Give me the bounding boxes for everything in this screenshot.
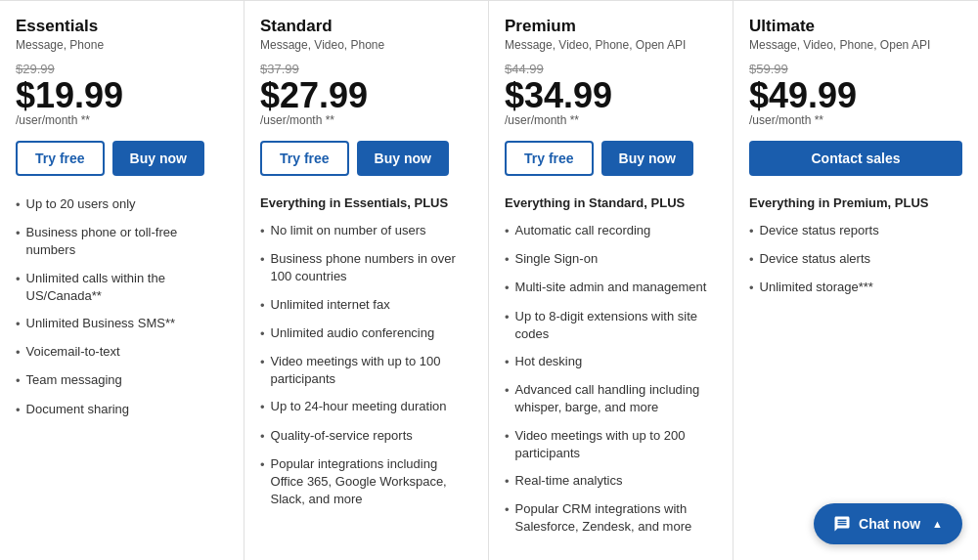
bullet-icon: •	[505, 223, 510, 240]
feature-text: Video meetings with up to 100 participan…	[271, 353, 472, 388]
bullet-icon: •	[505, 280, 510, 297]
plan-name-essentials: Essentials	[16, 17, 228, 36]
current-price-standard: $27.99	[260, 78, 472, 113]
buy-now-button-essentials[interactable]: Buy now	[112, 141, 204, 176]
feature-item: • Video meetings with up to 200 particip…	[505, 427, 717, 462]
buy-now-button-standard[interactable]: Buy now	[357, 141, 449, 176]
bullet-icon: •	[260, 456, 265, 474]
bullet-icon: •	[505, 428, 510, 446]
bullet-icon: •	[260, 297, 265, 315]
feature-text: Quality-of-service reports	[271, 427, 413, 445]
bullet-icon: •	[16, 316, 21, 333]
bullet-icon: •	[505, 473, 510, 491]
original-price-ultimate: $59.99	[749, 62, 962, 76]
chat-label: Chat now	[859, 516, 920, 532]
buy-now-button-premium[interactable]: Buy now	[601, 141, 693, 176]
feature-item: • Up to 24-hour meeting duration	[260, 398, 472, 416]
bullet-icon: •	[16, 344, 21, 362]
feature-item: • Business phone numbers in over 100 cou…	[260, 250, 472, 285]
plus-label-ultimate: Everything in Premium, PLUS	[749, 195, 962, 210]
feature-text: Automatic call recording	[515, 222, 651, 239]
bullet-icon: •	[505, 309, 510, 326]
feature-text: Device status reports	[760, 222, 879, 239]
feature-text: Video meetings with up to 200 participan…	[515, 427, 717, 462]
plan-subtitle-standard: Message, Video, Phone	[260, 38, 472, 52]
plan-name-standard: Standard	[260, 17, 472, 36]
feature-text: Document sharing	[26, 401, 130, 418]
bullet-icon: •	[260, 251, 265, 269]
feature-text: Unlimited calls within the US/Canada**	[26, 270, 228, 305]
feature-text: Single Sign-on	[515, 250, 599, 268]
feature-text: Advanced call handling including whisper…	[515, 381, 717, 416]
feature-text: Business phone numbers in over 100 count…	[271, 250, 472, 285]
feature-item: • Team messaging	[16, 371, 228, 390]
bullet-icon: •	[505, 501, 510, 519]
feature-list-premium: • Automatic call recording • Single Sign…	[505, 222, 717, 545]
bullet-icon: •	[260, 354, 265, 371]
bullet-icon: •	[16, 225, 21, 242]
bullet-icon: •	[16, 196, 21, 214]
feature-item: • Device status reports	[749, 222, 962, 240]
feature-item: • Unlimited Business SMS**	[16, 315, 228, 333]
current-price-essentials: $19.99	[16, 78, 228, 113]
feature-text: Device status alerts	[760, 250, 870, 268]
plan-name-premium: Premium	[505, 17, 717, 36]
feature-text: Voicemail-to-text	[26, 343, 120, 361]
plan-subtitle-essentials: Message, Phone	[16, 38, 228, 52]
btn-row-standard: Try free Buy now	[260, 141, 472, 176]
bullet-icon: •	[749, 280, 754, 297]
feature-item: • Business phone or toll-free numbers	[16, 224, 228, 259]
bullet-icon: •	[749, 251, 754, 269]
price-note-essentials: /user/month **	[16, 113, 228, 127]
feature-list-essentials: • Up to 20 users only • Business phone o…	[16, 195, 228, 429]
feature-item: • Automatic call recording	[505, 222, 717, 240]
feature-text: No limit on number of users	[271, 222, 426, 239]
try-free-button-essentials[interactable]: Try free	[16, 141, 105, 176]
bullet-icon: •	[260, 428, 265, 446]
feature-text: Real-time analytics	[515, 472, 623, 490]
current-price-premium: $34.99	[505, 78, 717, 113]
feature-item: • Advanced call handling including whisp…	[505, 381, 717, 416]
feature-item: • Unlimited storage***	[749, 279, 962, 297]
btn-row-essentials: Try free Buy now	[16, 141, 228, 176]
current-price-ultimate: $49.99	[749, 78, 962, 113]
btn-row-ultimate: Contact sales	[749, 141, 962, 176]
original-price-standard: $37.99	[260, 62, 472, 76]
plus-label-premium: Everything in Standard, PLUS	[505, 195, 717, 210]
feature-text: Up to 24-hour meeting duration	[271, 398, 447, 415]
bullet-icon: •	[16, 372, 21, 390]
plan-col-standard: Standard Message, Video, Phone $37.99 $2…	[244, 1, 489, 560]
feature-item: • Real-time analytics	[505, 472, 717, 491]
plan-name-ultimate: Ultimate	[749, 17, 962, 36]
bullet-icon: •	[505, 251, 510, 269]
feature-item: • Device status alerts	[749, 250, 962, 269]
chevron-up-icon: ▲	[932, 518, 943, 530]
feature-item: • Popular integrations including Office …	[260, 455, 472, 509]
feature-text: Popular integrations including Office 36…	[271, 455, 472, 509]
feature-text: Team messaging	[26, 371, 122, 389]
bullet-icon: •	[505, 382, 510, 400]
original-price-premium: $44.99	[505, 62, 717, 76]
feature-item: • Unlimited audio conferencing	[260, 324, 472, 343]
price-note-premium: /user/month **	[505, 113, 717, 127]
plan-col-ultimate: Ultimate Message, Video, Phone, Open API…	[734, 1, 978, 560]
feature-text: Popular CRM integrations with Salesforce…	[515, 500, 717, 536]
feature-item: • Video meetings with up to 100 particip…	[260, 353, 472, 388]
feature-text: Hot desking	[515, 353, 583, 370]
btn-row-premium: Try free Buy now	[505, 141, 717, 176]
feature-text: Unlimited storage***	[760, 279, 873, 296]
feature-item: • Hot desking	[505, 353, 717, 371]
feature-item: • Voicemail-to-text	[16, 343, 228, 362]
try-free-button-standard[interactable]: Try free	[260, 141, 349, 176]
feature-text: Unlimited Business SMS**	[26, 315, 175, 332]
bullet-icon: •	[505, 354, 510, 371]
try-free-button-premium[interactable]: Try free	[505, 141, 594, 176]
chat-now-button[interactable]: Chat now ▲	[814, 503, 962, 544]
feature-text: Up to 20 users only	[26, 195, 136, 213]
feature-text: Up to 8-digit extensions with site codes	[515, 308, 717, 343]
plan-col-premium: Premium Message, Video, Phone, Open API …	[489, 1, 734, 560]
contact-sales-button[interactable]: Contact sales	[749, 141, 962, 176]
feature-item: • Popular CRM integrations with Salesfor…	[505, 500, 717, 536]
chat-icon	[833, 515, 851, 533]
feature-list-standard: • No limit on number of users • Business…	[260, 222, 472, 518]
